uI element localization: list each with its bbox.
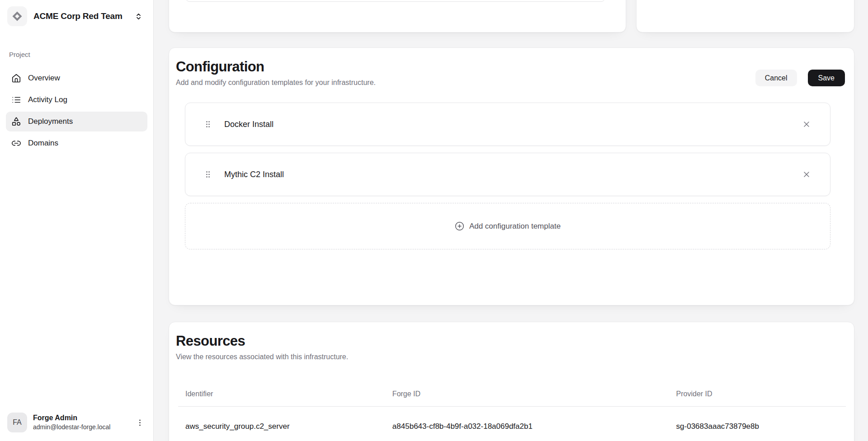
sidebar-item-label: Deployments: [28, 117, 73, 126]
user-name: Forge Admin: [33, 413, 110, 422]
add-configuration-template-button[interactable]: Add configuration template: [185, 203, 830, 249]
add-configuration-template-label: Add configuration template: [469, 222, 561, 231]
partial-card-left: [169, 0, 626, 33]
sidebar-item-overview[interactable]: Overview: [6, 68, 147, 88]
textarea-field[interactable]: [186, 0, 605, 2]
sidebar-item-label: Overview: [28, 74, 60, 83]
chevron-up-down-icon[interactable]: [135, 13, 142, 20]
cell-provider-id: sg-03683aaac73879e8b: [669, 407, 846, 441]
sidebar-item-domains[interactable]: Domains: [6, 133, 147, 153]
template-row-mythic-c2-install: Mythic C2 Install: [185, 153, 830, 196]
org-logo: [7, 6, 27, 26]
org-switcher[interactable]: ACME Corp Red Team: [0, 0, 153, 33]
template-name: Mythic C2 Install: [224, 170, 284, 179]
sidebar: ACME Corp Red Team Project Overview: [0, 0, 154, 441]
org-name: ACME Corp Red Team: [33, 11, 123, 21]
sidebar-item-label: Activity Log: [28, 95, 67, 104]
resources-title: Resources: [176, 333, 845, 349]
cell-forge-id: a845b643-cf8b-4b9f-a032-18a069dfa2b1: [385, 407, 669, 441]
user-email: admin@lodestar-forge.local: [33, 423, 110, 432]
configuration-card: Configuration Add and modify configurati…: [169, 47, 854, 305]
avatar: FA: [7, 413, 27, 432]
diamond-logo-icon: [12, 11, 23, 22]
sidebar-item-label: Domains: [28, 139, 58, 148]
ellipsis-vertical-icon[interactable]: [134, 417, 146, 429]
template-list: Docker Install Mythic C2 Install: [185, 103, 830, 249]
column-header-forge-id: Forge ID: [385, 390, 669, 407]
close-icon[interactable]: [801, 169, 812, 180]
link-icon: [11, 138, 21, 148]
sidebar-item-activity-log[interactable]: Activity Log: [6, 90, 147, 110]
close-icon[interactable]: [801, 119, 812, 130]
partial-card-right: [636, 0, 854, 33]
configuration-title: Configuration: [176, 59, 376, 75]
table-row: aws_security_group.c2_server a845b643-cf…: [178, 407, 846, 441]
sidebar-item-deployments[interactable]: Deployments: [6, 112, 147, 131]
template-row-docker-install: Docker Install: [185, 103, 830, 146]
column-header-identifier: Identifier: [178, 390, 385, 407]
resources-card: Resources View the resources associated …: [169, 322, 854, 441]
shapes-icon: [11, 117, 21, 127]
resources-subtitle: View the resources associated with this …: [176, 353, 845, 361]
column-header-provider-id: Provider ID: [669, 390, 846, 407]
sidebar-section-label: Project: [9, 51, 153, 58]
project-nav: Overview Activity Log Deployments: [6, 68, 147, 153]
resources-table: Identifier Forge ID Provider ID aws_secu…: [178, 390, 846, 441]
list-icon: [11, 95, 21, 105]
configuration-subtitle: Add and modify configuration templates f…: [176, 79, 376, 87]
user-row: FA Forge Admin admin@lodestar-forge.loca…: [0, 406, 153, 441]
circle-plus-icon: [455, 221, 464, 231]
main-content: Configuration Add and modify configurati…: [154, 0, 868, 441]
template-name: Docker Install: [224, 120, 274, 129]
save-button[interactable]: Save: [808, 70, 845, 86]
grip-vertical-icon[interactable]: [203, 170, 212, 179]
grip-vertical-icon[interactable]: [203, 120, 212, 129]
cancel-button[interactable]: Cancel: [755, 70, 797, 86]
cell-identifier: aws_security_group.c2_server: [178, 407, 385, 441]
home-icon: [11, 73, 21, 83]
